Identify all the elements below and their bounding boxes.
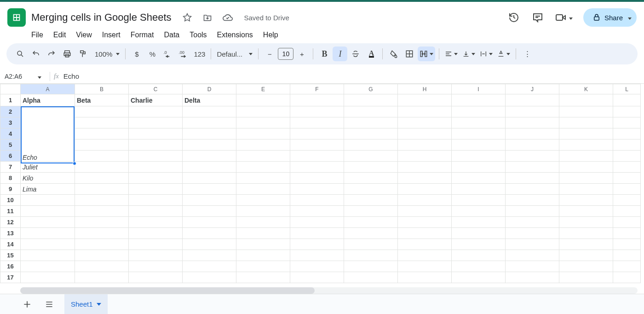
menu-extensions[interactable]: Extensions: [217, 31, 253, 39]
meet-icon[interactable]: [555, 11, 573, 24]
horizontal-scrollbar[interactable]: [20, 287, 638, 294]
comments-icon[interactable]: [531, 11, 545, 24]
vertical-align-button[interactable]: [460, 47, 477, 61]
cell-A2-A6-merged[interactable]: Echo: [21, 106, 75, 162]
decrease-font-size-button[interactable]: −: [262, 47, 277, 61]
menu-data[interactable]: Data: [164, 31, 179, 39]
row-header-6[interactable]: 6: [0, 151, 21, 162]
star-icon[interactable]: [181, 11, 194, 24]
sheet-tab-sheet1[interactable]: Sheet1: [64, 296, 108, 313]
increase-decimal-button[interactable]: .00: [176, 47, 191, 61]
cell-H1[interactable]: [398, 94, 452, 106]
cell-C1[interactable]: Charlie: [129, 94, 183, 106]
column-header-B[interactable]: B: [75, 84, 129, 94]
cell-K1[interactable]: [559, 94, 613, 106]
history-icon[interactable]: [507, 11, 521, 24]
menu-view[interactable]: View: [76, 31, 92, 39]
spreadsheet-grid[interactable]: A B C D E F G H I J K L 1 Alpha Beta Cha…: [0, 84, 641, 283]
column-header-A[interactable]: A: [21, 84, 75, 94]
format-currency-button[interactable]: $: [129, 47, 144, 61]
row-header-1[interactable]: 1: [0, 94, 21, 106]
paint-format-icon[interactable]: [75, 47, 90, 61]
strikethrough-button[interactable]: [348, 47, 363, 61]
cloud-saved-icon[interactable]: [221, 11, 234, 24]
cell-D2[interactable]: [183, 106, 236, 117]
add-sheet-button[interactable]: [20, 297, 34, 311]
cell-D1[interactable]: Delta: [183, 94, 236, 106]
menu-help[interactable]: Help: [263, 31, 278, 39]
move-icon[interactable]: [201, 11, 214, 24]
cell-E1[interactable]: [236, 94, 290, 106]
cell-J2[interactable]: [506, 106, 559, 117]
cell-B6[interactable]: [75, 151, 129, 162]
cell-B4[interactable]: [75, 128, 129, 140]
more-formats-button[interactable]: 123: [192, 47, 207, 61]
document-title[interactable]: Merging cells in Google Sheets: [31, 12, 172, 23]
sheets-logo[interactable]: [7, 8, 26, 27]
cell-H2[interactable]: [398, 106, 452, 117]
cell-A8[interactable]: Kilo: [21, 173, 75, 184]
text-rotation-button[interactable]: [495, 47, 512, 61]
text-color-button[interactable]: A: [364, 47, 379, 61]
borders-button[interactable]: [402, 47, 417, 61]
cell-A9[interactable]: Lima: [21, 184, 75, 195]
column-header-L[interactable]: L: [613, 84, 641, 94]
cell-B3[interactable]: [75, 117, 129, 128]
row-header-14[interactable]: 14: [0, 239, 21, 250]
cell-C2[interactable]: [129, 106, 183, 117]
menu-edit[interactable]: Edit: [53, 31, 66, 39]
row-header-9[interactable]: 9: [0, 184, 21, 195]
menu-format[interactable]: Format: [131, 31, 154, 39]
fill-color-button[interactable]: [386, 47, 401, 61]
cell-B5[interactable]: [75, 140, 129, 151]
column-header-F[interactable]: F: [290, 84, 344, 94]
menu-insert[interactable]: Insert: [102, 31, 121, 39]
toolbar-more-button[interactable]: ⋮: [520, 47, 535, 61]
column-header-C[interactable]: C: [129, 84, 183, 94]
row-header-12[interactable]: 12: [0, 217, 21, 228]
column-header-D[interactable]: D: [183, 84, 236, 94]
share-dropdown[interactable]: [624, 8, 637, 27]
row-header-17[interactable]: 17: [0, 272, 21, 283]
column-header-E[interactable]: E: [236, 84, 290, 94]
decrease-decimal-button[interactable]: .0: [161, 47, 175, 61]
row-header-11[interactable]: 11: [0, 206, 21, 217]
row-header-5[interactable]: 5: [0, 140, 21, 151]
name-box[interactable]: A2:A6: [0, 73, 46, 80]
increase-font-size-button[interactable]: +: [294, 47, 309, 61]
cell-I1[interactable]: [452, 94, 506, 106]
row-header-3[interactable]: 3: [0, 117, 21, 128]
cell-G1[interactable]: [344, 94, 398, 106]
column-header-J[interactable]: J: [506, 84, 559, 94]
cell-E2[interactable]: [236, 106, 290, 117]
formula-input[interactable]: Echo: [63, 72, 79, 80]
row-header-15[interactable]: 15: [0, 250, 21, 261]
select-all-cell[interactable]: [0, 84, 21, 94]
bold-button[interactable]: B: [317, 47, 332, 61]
cell-J1[interactable]: [506, 94, 559, 106]
cell-F2[interactable]: [290, 106, 344, 117]
format-percent-button[interactable]: %: [145, 47, 160, 61]
row-header-2[interactable]: 2: [0, 106, 21, 117]
cell-G2[interactable]: [344, 106, 398, 117]
menu-tools[interactable]: Tools: [190, 31, 207, 39]
sheet-tab-menu-icon[interactable]: [97, 303, 101, 306]
redo-icon[interactable]: [44, 47, 59, 61]
cell-A1[interactable]: Alpha: [21, 94, 75, 106]
italic-button[interactable]: I: [333, 47, 347, 61]
row-header-4[interactable]: 4: [0, 128, 21, 140]
row-header-13[interactable]: 13: [0, 228, 21, 239]
text-wrap-button[interactable]: [478, 47, 494, 61]
cell-L2[interactable]: [613, 106, 641, 117]
cell-B2[interactable]: [75, 106, 129, 117]
zoom-dropdown[interactable]: 100%: [91, 47, 121, 61]
cell-K2[interactable]: [559, 106, 613, 117]
horizontal-align-button[interactable]: [443, 47, 460, 61]
merge-cells-button[interactable]: [418, 47, 435, 61]
row-header-7[interactable]: 7: [0, 162, 21, 173]
cell-L1[interactable]: [613, 94, 641, 106]
font-family-dropdown[interactable]: Defaul...: [215, 47, 254, 61]
menu-file[interactable]: File: [31, 31, 43, 39]
cell-I2[interactable]: [452, 106, 506, 117]
column-header-G[interactable]: G: [344, 84, 398, 94]
